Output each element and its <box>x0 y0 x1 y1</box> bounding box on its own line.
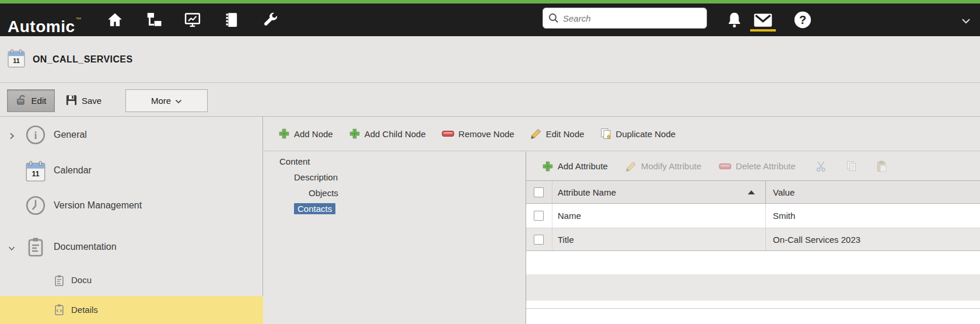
topbar-chevron-down-icon[interactable] <box>961 16 971 23</box>
minus-icon <box>442 130 454 138</box>
add-node-button[interactable]: Add Node <box>278 128 333 140</box>
sidebar-item-label: Details <box>71 296 98 324</box>
modify-attribute-button[interactable]: Modify Attribute <box>625 161 701 172</box>
pencil-icon <box>625 161 637 172</box>
help-icon[interactable]: ? <box>793 11 812 29</box>
sidebar-item-general[interactable]: i General <box>0 122 263 148</box>
attribute-name-cell: Name <box>552 204 766 228</box>
page-title: ON_CALL_SERVICES <box>33 36 132 83</box>
copy-icon <box>846 161 858 172</box>
clock-icon <box>25 195 46 216</box>
tree-item-objects[interactable]: Objects <box>264 185 526 201</box>
row-checkbox-cell <box>526 228 552 250</box>
edit-button[interactable]: Edit <box>7 89 55 112</box>
chevron-down-icon[interactable] <box>8 243 15 250</box>
open-padlock-icon <box>16 94 27 107</box>
duplicate-icon <box>600 128 612 140</box>
attribute-value-cell: Smith <box>766 204 980 228</box>
svg-text:?: ? <box>799 13 806 26</box>
global-search <box>542 8 707 29</box>
minus-icon <box>719 162 732 170</box>
sidebar-item-label: General <box>54 122 87 148</box>
row-checkbox[interactable] <box>534 211 544 221</box>
floppy-save-icon <box>65 94 78 108</box>
sidebar-item-calendar[interactable]: 11 Calendar <box>0 158 263 183</box>
notifications-bell-icon[interactable] <box>725 11 744 29</box>
delete-attribute-button[interactable]: Delete Attribute <box>719 161 796 171</box>
select-all-checkbox[interactable] <box>534 187 544 197</box>
automic-web-interface: Automic™ ? <box>0 0 980 324</box>
attributes-panel: Add Attribute Modify Attribute Delete At… <box>526 152 980 324</box>
administration-wrench-icon[interactable] <box>261 11 279 29</box>
sort-ascending-icon[interactable] <box>748 190 755 194</box>
column-header-attribute-name[interactable]: Attribute Name <box>552 181 766 203</box>
process-assembly-icon[interactable] <box>145 11 163 29</box>
attribute-value-cell: On-Call Services 2023 <box>766 228 980 250</box>
svg-text:i: i <box>34 130 37 141</box>
sidebar-item-details[interactable]: Details <box>0 296 263 324</box>
copy-button[interactable] <box>846 161 858 172</box>
plus-icon <box>278 128 290 140</box>
trademark-symbol: ™ <box>76 16 82 23</box>
add-child-node-button[interactable]: Add Child Node <box>349 128 426 140</box>
empty-row-stripe <box>526 301 980 309</box>
chevron-right-icon[interactable] <box>8 131 15 138</box>
sidebar-item-label: Docu <box>71 269 92 292</box>
top-navigation-bar: Automic™ ? <box>0 4 980 36</box>
table-row[interactable]: Title On-Call Services 2023 <box>526 228 980 251</box>
sidebar-item-docu[interactable]: Docu <box>0 269 263 292</box>
plus-icon <box>349 128 360 140</box>
empty-row-stripe <box>526 274 980 301</box>
mail-active-indicator <box>750 29 776 32</box>
more-button-label: More <box>151 96 171 106</box>
details-panels: Content Description Objects Contacts Add… <box>264 152 980 324</box>
empty-row-stripe <box>526 309 980 324</box>
add-attribute-button[interactable]: Add Attribute <box>542 161 608 172</box>
sidebar-item-documentation[interactable]: Documentation <box>0 234 263 260</box>
object-header: 11 ON_CALL_SERVICES <box>0 36 980 83</box>
calendar-icon: 11 <box>25 160 46 181</box>
selected-tree-node: Contacts <box>294 203 335 214</box>
sidebar-item-label: Calendar <box>54 158 92 183</box>
search-input[interactable] <box>542 8 707 29</box>
attribute-table-header: Attribute Name Value <box>526 180 980 204</box>
paste-clipboard-icon <box>876 161 888 172</box>
plus-icon <box>542 161 554 172</box>
paste-button[interactable] <box>876 161 888 172</box>
messages-mail-icon[interactable] <box>752 11 774 29</box>
more-button[interactable]: More <box>125 89 208 112</box>
row-checkbox[interactable] <box>534 235 544 245</box>
duplicate-node-button[interactable]: Duplicate Node <box>600 128 676 140</box>
object-action-toolbar: Edit Save More <box>0 83 980 117</box>
home-icon[interactable] <box>106 11 124 29</box>
tree-item-content[interactable]: Content <box>264 154 526 169</box>
remove-node-button[interactable]: Remove Node <box>442 129 514 139</box>
content-area: i General 11 Calendar Version Management <box>0 117 980 324</box>
empty-row-stripe <box>526 251 980 274</box>
save-button-label: Save <box>82 96 102 106</box>
calendar-day-number: 11 <box>13 57 20 64</box>
save-button[interactable]: Save <box>63 89 104 112</box>
details-clipboard-icon <box>53 304 65 316</box>
documentation-clipboard-icon <box>25 236 46 257</box>
pencil-icon <box>530 128 542 140</box>
dashboard-monitor-icon[interactable] <box>184 11 201 29</box>
edit-button-label: Edit <box>32 96 47 106</box>
sidebar-item-version-management[interactable]: Version Management <box>0 193 263 218</box>
object-sections-sidebar: i General 11 Calendar Version Management <box>0 117 263 324</box>
tree-item-contacts[interactable]: Contacts <box>264 201 526 217</box>
node-toolbar: Add Node Add Child Node Remove Node Edit… <box>264 117 980 151</box>
table-row[interactable]: Name Smith <box>526 204 980 228</box>
column-header-value[interactable]: Value <box>766 181 980 203</box>
automic-logo: Automic™ <box>8 4 82 36</box>
info-icon: i <box>25 124 46 145</box>
details-editor: Add Node Add Child Node Remove Node Edit… <box>264 117 980 324</box>
search-icon <box>548 12 559 24</box>
scissors-icon <box>816 161 827 172</box>
edit-node-button[interactable]: Edit Node <box>530 128 584 140</box>
tree-item-description[interactable]: Description <box>264 169 526 185</box>
cut-button[interactable] <box>816 161 827 172</box>
docu-clipboard-icon <box>53 274 65 287</box>
header-checkbox-cell <box>526 181 552 203</box>
catalog-book-icon[interactable] <box>223 11 240 29</box>
